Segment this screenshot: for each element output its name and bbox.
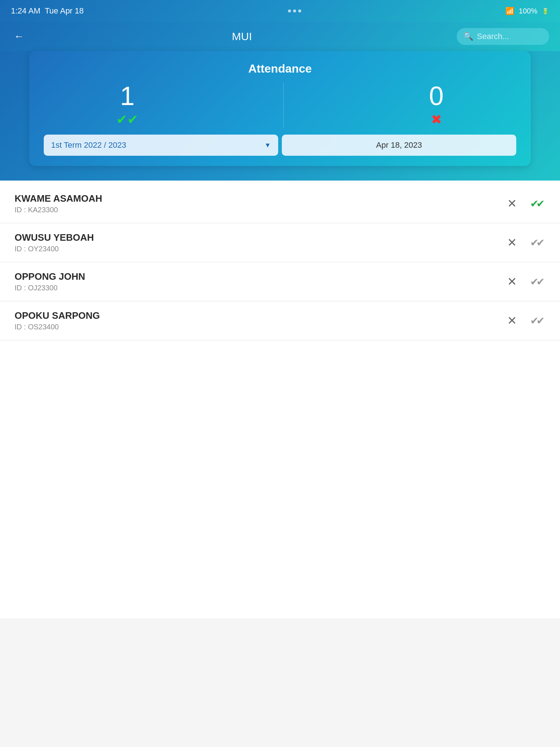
student-list: KWAME ASAMOAHID : KA23300✕✔✔OWUSU YEBOAH… bbox=[0, 181, 560, 618]
date-text: Apr 18, 2023 bbox=[376, 140, 422, 150]
attendance-card: Attendance 1 ✔✔ 0 ✖ 1st Term 2022 / 2023… bbox=[29, 51, 531, 166]
student-id: ID : OY23400 bbox=[15, 245, 504, 253]
status-bar: 1:24 AM Tue Apr 18 📶 100% 🔋 bbox=[0, 0, 560, 22]
action-buttons: ✕✔✔ bbox=[504, 233, 545, 252]
search-icon: 🔍 bbox=[463, 32, 473, 41]
mark-present-button[interactable]: ✔✔ bbox=[527, 234, 545, 252]
list-item: OPOKU SARPONGID : OS23400✕✔✔ bbox=[0, 301, 560, 340]
status-date: Tue Apr 18 bbox=[45, 6, 84, 16]
term-label: 1st Term 2022 / 2023 bbox=[51, 140, 126, 150]
back-button[interactable]: ← bbox=[11, 28, 27, 45]
absent-stat: 0 ✖ bbox=[429, 83, 444, 127]
stats-divider bbox=[283, 83, 284, 127]
student-info: OPOKU SARPONGID : OS23400 bbox=[15, 310, 504, 331]
dot-3 bbox=[298, 9, 301, 12]
mark-present-button[interactable]: ✔✔ bbox=[527, 195, 545, 213]
mark-absent-button[interactable]: ✕ bbox=[504, 311, 520, 330]
mark-present-button[interactable]: ✔✔ bbox=[527, 273, 545, 291]
dot-1 bbox=[288, 9, 291, 12]
search-container: 🔍 bbox=[457, 28, 549, 45]
nav-bar: ← MUI 🔍 bbox=[0, 22, 560, 51]
student-id: ID : KA23300 bbox=[15, 206, 504, 214]
dot-2 bbox=[293, 9, 296, 12]
student-info: KWAME ASAMOAHID : KA23300 bbox=[15, 193, 504, 214]
dropdown-arrow-icon: ▼ bbox=[264, 142, 271, 149]
status-dots bbox=[288, 9, 301, 12]
present-check-icon: ✔✔ bbox=[116, 112, 138, 127]
mark-absent-button[interactable]: ✕ bbox=[504, 194, 520, 213]
mark-absent-button[interactable]: ✕ bbox=[504, 272, 520, 291]
present-count: 1 bbox=[120, 83, 135, 109]
stats-row: 1 ✔✔ 0 ✖ bbox=[44, 83, 516, 127]
battery-text: 100% bbox=[519, 7, 537, 15]
student-info: OPPONG JOHNID : OJ23300 bbox=[15, 271, 504, 292]
term-dropdown[interactable]: 1st Term 2022 / 2023 ▼ bbox=[44, 135, 278, 156]
student-name: KWAME ASAMOAH bbox=[15, 193, 504, 204]
back-icon: ← bbox=[14, 31, 24, 42]
controls-row: 1st Term 2022 / 2023 ▼ Apr 18, 2023 bbox=[44, 135, 516, 156]
battery-icon: 🔋 bbox=[542, 8, 549, 15]
action-buttons: ✕✔✔ bbox=[504, 194, 545, 213]
absent-x-icon: ✖ bbox=[431, 112, 442, 127]
date-display: Apr 18, 2023 bbox=[282, 135, 516, 156]
student-name: OPOKU SARPONG bbox=[15, 310, 504, 321]
action-buttons: ✕✔✔ bbox=[504, 272, 545, 291]
action-buttons: ✕✔✔ bbox=[504, 311, 545, 330]
list-item: OPPONG JOHNID : OJ23300✕✔✔ bbox=[0, 262, 560, 301]
student-name: OPPONG JOHN bbox=[15, 271, 504, 282]
wifi-icon: 📶 bbox=[505, 7, 514, 15]
student-info: OWUSU YEBOAHID : OY23400 bbox=[15, 232, 504, 253]
list-item: OWUSU YEBOAHID : OY23400✕✔✔ bbox=[0, 223, 560, 262]
search-input[interactable] bbox=[477, 32, 542, 41]
present-stat: 1 ✔✔ bbox=[116, 83, 138, 127]
card-title: Attendance bbox=[44, 62, 516, 76]
absent-count: 0 bbox=[429, 83, 444, 109]
list-item: KWAME ASAMOAHID : KA23300✕✔✔ bbox=[0, 184, 560, 223]
status-time: 1:24 AM bbox=[11, 6, 40, 16]
student-id: ID : OS23400 bbox=[15, 323, 504, 331]
student-id: ID : OJ23300 bbox=[15, 284, 504, 292]
card-area: Attendance 1 ✔✔ 0 ✖ 1st Term 2022 / 2023… bbox=[0, 51, 560, 181]
status-right: 📶 100% 🔋 bbox=[505, 7, 549, 15]
mark-absent-button[interactable]: ✕ bbox=[504, 233, 520, 252]
student-name: OWUSU YEBOAH bbox=[15, 232, 504, 243]
mark-present-button[interactable]: ✔✔ bbox=[527, 312, 545, 330]
nav-title: MUI bbox=[34, 30, 450, 43]
